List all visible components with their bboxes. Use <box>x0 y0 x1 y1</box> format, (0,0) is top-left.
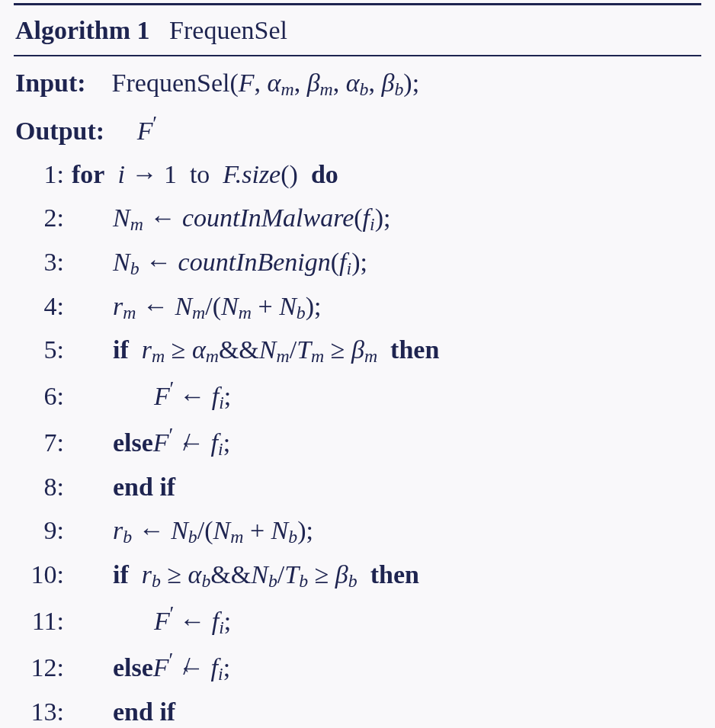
line-number: 10: <box>15 553 72 596</box>
line-content: Nm ← countInMalware(fi); <box>72 196 700 240</box>
top-rule <box>14 3 701 5</box>
line-number: 11: <box>15 599 72 643</box>
algorithm-name: FrequenSel <box>169 16 287 44</box>
line-number: 2: <box>15 196 72 239</box>
line-number: 3: <box>15 240 72 284</box>
line-number: 1: <box>15 152 72 196</box>
algo-line-12: 12: elseF′ ←/ fi; <box>14 643 701 690</box>
output-label: Output: <box>15 117 104 145</box>
input-line: Input: FrequenSel(F, αm, βm, αb, βb); <box>14 59 701 105</box>
line-content: if rb ≥ αb&&Nb/Tb ≥ βb then <box>72 553 700 597</box>
algo-line-3: 3: Nb ← countInBenign(fi); <box>14 240 701 284</box>
algo-line-2: 2: Nm ← countInMalware(fi); <box>14 196 701 240</box>
algo-line-1: 1: for i → 1 to F.size() do <box>14 152 701 196</box>
algorithm-label: Algorithm 1 <box>15 16 150 44</box>
output-value: F′ <box>137 117 156 145</box>
line-content: elseF′ ←/ fi; <box>72 643 700 690</box>
line-content: end if <box>72 465 700 508</box>
line-number: 5: <box>15 328 72 371</box>
line-number: 4: <box>15 284 72 328</box>
algo-line-8: 8: end if <box>14 465 701 508</box>
algo-line-4: 4: rm ← Nm/(Nm + Nb); <box>14 284 701 329</box>
line-number: 13: <box>15 690 72 728</box>
output-line: Output: F′ <box>14 105 701 152</box>
line-number: 12: <box>15 646 72 689</box>
line-content: for i → 1 to F.size() do <box>72 152 700 196</box>
line-content: end if <box>72 690 700 728</box>
line-number: 9: <box>15 508 72 552</box>
line-content: rb ← Nb/(Nm + Nb); <box>72 508 700 553</box>
algo-line-6: 6: F′ ← fi; <box>14 372 701 419</box>
input-label: Input: <box>15 69 86 97</box>
line-number: 7: <box>15 421 72 464</box>
algo-line-7: 7: elseF′ ←/ fi; <box>14 419 701 465</box>
line-content: F′ ← fi; <box>72 597 700 643</box>
line-number: 8: <box>15 465 72 508</box>
line-content: if rm ≥ αm&&Nm/Tm ≥ βm then <box>72 328 700 372</box>
not-assign-icon: ←/ <box>178 421 204 464</box>
line-content: F′ ← fi; <box>72 372 700 419</box>
mid-rule <box>14 55 701 56</box>
algo-line-5: 5: if rm ≥ αm&&Nm/Tm ≥ βm then <box>14 328 701 372</box>
algo-line-11: 11: F′ ← fi; <box>14 597 701 643</box>
input-value: FrequenSel(F, αm, βm, αb, βb); <box>112 69 420 97</box>
line-content: rm ← Nm/(Nm + Nb); <box>72 284 700 329</box>
line-content: Nb ← countInBenign(fi); <box>72 240 700 284</box>
algo-line-10: 10: if rb ≥ αb&&Nb/Tb ≥ βb then <box>14 553 701 597</box>
algorithm-block: Algorithm 1 FrequenSel Input: FrequenSel… <box>0 0 715 728</box>
not-assign-icon: ←/ <box>178 646 204 689</box>
algo-line-13: 13: end if <box>14 690 701 728</box>
line-number: 6: <box>15 374 72 418</box>
line-content: elseF′ ←/ fi; <box>72 419 700 465</box>
algo-line-9: 9: rb ← Nb/(Nm + Nb); <box>14 508 701 553</box>
algorithm-title: Algorithm 1 FrequenSel <box>14 7 701 53</box>
